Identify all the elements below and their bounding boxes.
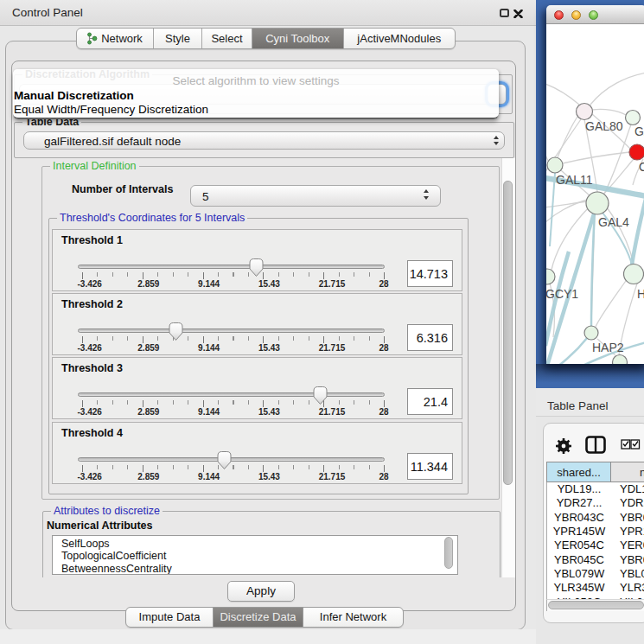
svg-text:GAL11: GAL11 [556,173,593,187]
svg-text:GAL80: GAL80 [585,119,623,133]
svg-text:H: H [637,287,644,301]
svg-text:GAL4: GAL4 [598,215,629,229]
svg-text:GA: GA [634,124,644,138]
svg-text:HAP2: HAP2 [592,341,624,354]
svg-text:GCY1: GCY1 [546,287,578,301]
svg-text:C: C [639,160,644,174]
